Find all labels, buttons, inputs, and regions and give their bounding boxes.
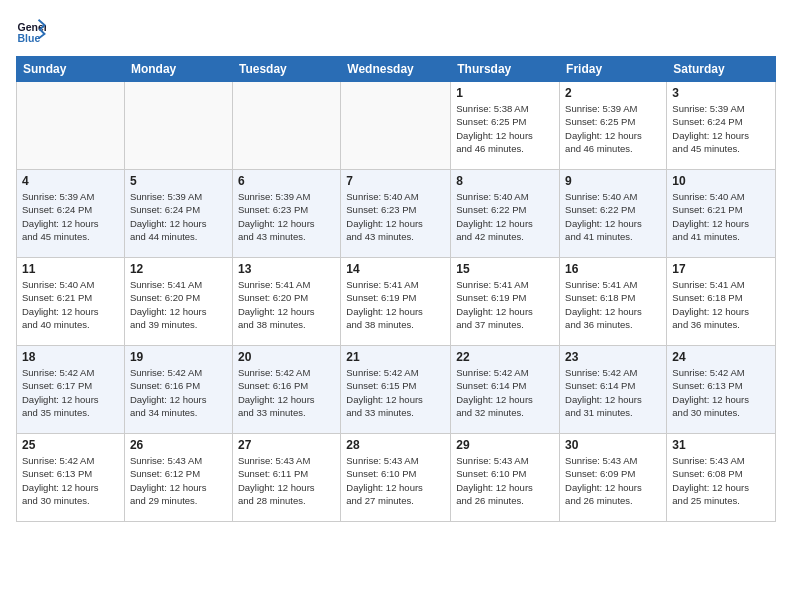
day-info: Sunrise: 5:39 AM Sunset: 6:24 PM Dayligh… [22,190,119,243]
calendar-week-row: 11Sunrise: 5:40 AM Sunset: 6:21 PM Dayli… [17,258,776,346]
day-info: Sunrise: 5:40 AM Sunset: 6:21 PM Dayligh… [672,190,770,243]
day-info: Sunrise: 5:38 AM Sunset: 6:25 PM Dayligh… [456,102,554,155]
weekday-header-tuesday: Tuesday [232,57,340,82]
day-number: 26 [130,438,227,452]
calendar-table: SundayMondayTuesdayWednesdayThursdayFrid… [16,56,776,522]
day-number: 18 [22,350,119,364]
calendar-cell: 8Sunrise: 5:40 AM Sunset: 6:22 PM Daylig… [451,170,560,258]
calendar-cell: 2Sunrise: 5:39 AM Sunset: 6:25 PM Daylig… [560,82,667,170]
day-number: 28 [346,438,445,452]
calendar-cell: 31Sunrise: 5:43 AM Sunset: 6:08 PM Dayli… [667,434,776,522]
calendar-cell: 29Sunrise: 5:43 AM Sunset: 6:10 PM Dayli… [451,434,560,522]
day-info: Sunrise: 5:42 AM Sunset: 6:15 PM Dayligh… [346,366,445,419]
day-info: Sunrise: 5:41 AM Sunset: 6:18 PM Dayligh… [565,278,661,331]
day-number: 2 [565,86,661,100]
calendar-cell: 6Sunrise: 5:39 AM Sunset: 6:23 PM Daylig… [232,170,340,258]
day-info: Sunrise: 5:43 AM Sunset: 6:09 PM Dayligh… [565,454,661,507]
weekday-header-sunday: Sunday [17,57,125,82]
day-number: 24 [672,350,770,364]
calendar-cell [232,82,340,170]
day-info: Sunrise: 5:41 AM Sunset: 6:18 PM Dayligh… [672,278,770,331]
calendar-cell: 5Sunrise: 5:39 AM Sunset: 6:24 PM Daylig… [124,170,232,258]
day-number: 16 [565,262,661,276]
day-number: 9 [565,174,661,188]
day-number: 11 [22,262,119,276]
day-info: Sunrise: 5:41 AM Sunset: 6:19 PM Dayligh… [346,278,445,331]
weekday-header-monday: Monday [124,57,232,82]
day-info: Sunrise: 5:42 AM Sunset: 6:14 PM Dayligh… [456,366,554,419]
day-number: 10 [672,174,770,188]
calendar-cell: 30Sunrise: 5:43 AM Sunset: 6:09 PM Dayli… [560,434,667,522]
day-number: 14 [346,262,445,276]
calendar-cell [341,82,451,170]
calendar-cell: 20Sunrise: 5:42 AM Sunset: 6:16 PM Dayli… [232,346,340,434]
day-info: Sunrise: 5:43 AM Sunset: 6:08 PM Dayligh… [672,454,770,507]
calendar-cell: 18Sunrise: 5:42 AM Sunset: 6:17 PM Dayli… [17,346,125,434]
calendar-cell: 16Sunrise: 5:41 AM Sunset: 6:18 PM Dayli… [560,258,667,346]
day-info: Sunrise: 5:40 AM Sunset: 6:22 PM Dayligh… [456,190,554,243]
calendar-cell [124,82,232,170]
calendar-cell: 28Sunrise: 5:43 AM Sunset: 6:10 PM Dayli… [341,434,451,522]
day-info: Sunrise: 5:43 AM Sunset: 6:10 PM Dayligh… [456,454,554,507]
calendar-week-row: 1Sunrise: 5:38 AM Sunset: 6:25 PM Daylig… [17,82,776,170]
weekday-header-friday: Friday [560,57,667,82]
calendar-cell: 1Sunrise: 5:38 AM Sunset: 6:25 PM Daylig… [451,82,560,170]
calendar-cell: 12Sunrise: 5:41 AM Sunset: 6:20 PM Dayli… [124,258,232,346]
day-info: Sunrise: 5:39 AM Sunset: 6:25 PM Dayligh… [565,102,661,155]
logo: General Blue [16,16,50,46]
day-number: 21 [346,350,445,364]
day-info: Sunrise: 5:42 AM Sunset: 6:14 PM Dayligh… [565,366,661,419]
day-info: Sunrise: 5:41 AM Sunset: 6:19 PM Dayligh… [456,278,554,331]
calendar-cell: 27Sunrise: 5:43 AM Sunset: 6:11 PM Dayli… [232,434,340,522]
day-number: 6 [238,174,335,188]
day-number: 31 [672,438,770,452]
calendar-cell: 9Sunrise: 5:40 AM Sunset: 6:22 PM Daylig… [560,170,667,258]
calendar-cell: 4Sunrise: 5:39 AM Sunset: 6:24 PM Daylig… [17,170,125,258]
day-number: 3 [672,86,770,100]
calendar-week-row: 4Sunrise: 5:39 AM Sunset: 6:24 PM Daylig… [17,170,776,258]
page-header: General Blue [16,16,776,46]
day-info: Sunrise: 5:42 AM Sunset: 6:17 PM Dayligh… [22,366,119,419]
day-number: 8 [456,174,554,188]
weekday-header-saturday: Saturday [667,57,776,82]
day-number: 20 [238,350,335,364]
day-number: 15 [456,262,554,276]
day-info: Sunrise: 5:43 AM Sunset: 6:11 PM Dayligh… [238,454,335,507]
calendar-cell: 24Sunrise: 5:42 AM Sunset: 6:13 PM Dayli… [667,346,776,434]
calendar-cell: 15Sunrise: 5:41 AM Sunset: 6:19 PM Dayli… [451,258,560,346]
day-number: 4 [22,174,119,188]
day-info: Sunrise: 5:41 AM Sunset: 6:20 PM Dayligh… [130,278,227,331]
calendar-cell: 13Sunrise: 5:41 AM Sunset: 6:20 PM Dayli… [232,258,340,346]
day-number: 30 [565,438,661,452]
day-info: Sunrise: 5:41 AM Sunset: 6:20 PM Dayligh… [238,278,335,331]
calendar-cell: 23Sunrise: 5:42 AM Sunset: 6:14 PM Dayli… [560,346,667,434]
svg-text:Blue: Blue [18,32,41,44]
day-number: 23 [565,350,661,364]
calendar-cell: 14Sunrise: 5:41 AM Sunset: 6:19 PM Dayli… [341,258,451,346]
day-info: Sunrise: 5:43 AM Sunset: 6:12 PM Dayligh… [130,454,227,507]
weekday-header-wednesday: Wednesday [341,57,451,82]
day-number: 13 [238,262,335,276]
calendar-cell [17,82,125,170]
day-info: Sunrise: 5:39 AM Sunset: 6:23 PM Dayligh… [238,190,335,243]
calendar-cell: 22Sunrise: 5:42 AM Sunset: 6:14 PM Dayli… [451,346,560,434]
day-info: Sunrise: 5:40 AM Sunset: 6:23 PM Dayligh… [346,190,445,243]
day-info: Sunrise: 5:42 AM Sunset: 6:16 PM Dayligh… [130,366,227,419]
day-number: 19 [130,350,227,364]
day-info: Sunrise: 5:42 AM Sunset: 6:13 PM Dayligh… [672,366,770,419]
logo-icon: General Blue [16,16,46,46]
calendar-cell: 10Sunrise: 5:40 AM Sunset: 6:21 PM Dayli… [667,170,776,258]
calendar-cell: 19Sunrise: 5:42 AM Sunset: 6:16 PM Dayli… [124,346,232,434]
day-info: Sunrise: 5:39 AM Sunset: 6:24 PM Dayligh… [130,190,227,243]
day-info: Sunrise: 5:43 AM Sunset: 6:10 PM Dayligh… [346,454,445,507]
weekday-header-row: SundayMondayTuesdayWednesdayThursdayFrid… [17,57,776,82]
calendar-cell: 7Sunrise: 5:40 AM Sunset: 6:23 PM Daylig… [341,170,451,258]
day-number: 29 [456,438,554,452]
day-number: 5 [130,174,227,188]
calendar-cell: 26Sunrise: 5:43 AM Sunset: 6:12 PM Dayli… [124,434,232,522]
weekday-header-thursday: Thursday [451,57,560,82]
calendar-cell: 21Sunrise: 5:42 AM Sunset: 6:15 PM Dayli… [341,346,451,434]
calendar-week-row: 25Sunrise: 5:42 AM Sunset: 6:13 PM Dayli… [17,434,776,522]
day-info: Sunrise: 5:42 AM Sunset: 6:16 PM Dayligh… [238,366,335,419]
day-number: 25 [22,438,119,452]
